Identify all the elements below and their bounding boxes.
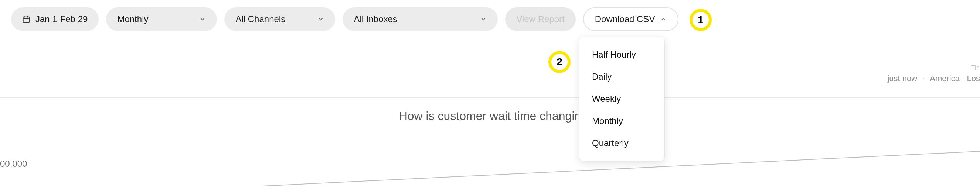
menu-item-monthly[interactable]: Monthly [579, 110, 664, 132]
meta-partial-label: Tir [971, 64, 978, 72]
annotation-badge-1: 1 [690, 9, 712, 31]
menu-item-quarterly[interactable]: Quarterly [579, 132, 664, 154]
menu-item-weekly[interactable]: Weekly [579, 88, 664, 110]
granularity-label: Monthly [117, 14, 148, 24]
updated-label: just now [887, 74, 917, 84]
menu-item-half-hourly[interactable]: Half Hourly [579, 44, 664, 66]
divider [0, 98, 980, 98]
channels-select[interactable]: All Channels [224, 7, 335, 31]
chevron-down-icon [480, 16, 487, 22]
annotation-1-text: 1 [698, 14, 703, 26]
date-range-label: Jan 1-Feb 29 [35, 14, 88, 24]
download-csv-menu: Half Hourly Daily Weekly Monthly Quarter… [579, 37, 664, 161]
view-report-label: View Report [516, 14, 564, 24]
timezone-label: America - Los [930, 74, 980, 84]
date-range-picker[interactable]: Jan 1-Feb 29 [11, 7, 99, 31]
annotation-badge-2: 2 [548, 51, 571, 73]
toolbar: Jan 1-Feb 29 Monthly All Channels All In… [0, 0, 980, 31]
menu-item-label: Half Hourly [592, 49, 636, 60]
menu-item-label: Quarterly [592, 138, 628, 148]
channels-label: All Channels [235, 14, 285, 24]
annotation-2-text: 2 [557, 56, 562, 68]
menu-item-daily[interactable]: Daily [579, 66, 664, 88]
meta-info: Tir just now · America - Los [887, 74, 980, 84]
menu-item-label: Daily [592, 72, 612, 82]
chart-line [41, 140, 980, 186]
menu-item-label: Weekly [592, 94, 621, 104]
menu-item-label: Monthly [592, 116, 623, 126]
chevron-down-icon [317, 16, 324, 22]
granularity-select[interactable]: Monthly [106, 7, 217, 31]
inboxes-select[interactable]: All Inboxes [342, 7, 498, 31]
download-csv-button[interactable]: Download CSV [583, 7, 679, 31]
y-tick-label: 00,000 [0, 159, 27, 169]
calendar-icon [22, 15, 30, 23]
inboxes-label: All Inboxes [354, 14, 397, 24]
view-report-button: View Report [505, 7, 575, 31]
chart-title: How is customer wait time changin [399, 109, 581, 123]
download-csv-label: Download CSV [595, 14, 655, 24]
chevron-up-icon [660, 16, 667, 22]
svg-rect-0 [23, 17, 30, 22]
chevron-down-icon [199, 16, 206, 22]
meta-separator: · [922, 74, 924, 84]
